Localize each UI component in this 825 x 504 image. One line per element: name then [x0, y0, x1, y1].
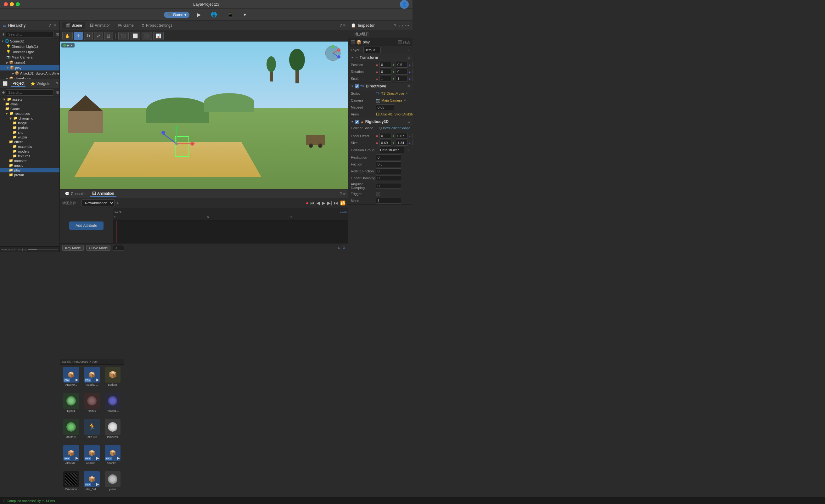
rigidbody3d-enabled[interactable] [355, 120, 359, 124]
rolling-friction-input[interactable] [376, 168, 401, 174]
scale-z-input[interactable] [412, 76, 412, 81]
rotation-z-input[interactable] [412, 69, 412, 75]
add-attribute-button[interactable]: Add Attribute [69, 221, 103, 230]
curve-mode-button[interactable]: Curve Mode [86, 245, 111, 251]
tree-item-planenode[interactable]: ▶ 📦 planeNode [0, 76, 60, 79]
inspector-back-btn[interactable]: ‹ [398, 22, 400, 28]
restitution-input[interactable] [376, 154, 401, 160]
offset-z-input[interactable] [412, 133, 412, 139]
anim-loop-btn[interactable]: 🔁 [340, 200, 346, 205]
scene-options-button[interactable]: ≡ [343, 23, 346, 28]
file-item-monster[interactable]: 📁 monster [0, 158, 60, 163]
offset-y-input[interactable] [396, 133, 408, 139]
tab-game[interactable]: 🎮 Game [114, 22, 137, 29]
anim-add-button[interactable]: + [117, 200, 119, 205]
script-external-link[interactable]: ↗ [405, 91, 408, 96]
project-add-button[interactable]: + [2, 90, 5, 95]
file-item-atlas[interactable]: 📁 atlas [0, 101, 60, 106]
scrollbar-thumb[interactable] [28, 249, 37, 250]
key-mode-button[interactable]: Key Mode [62, 245, 84, 251]
tab-scene[interactable]: 🎬 Scene [62, 22, 85, 29]
tree-item-scene3d[interactable]: ▼ 🌐 Scene3D [0, 39, 60, 44]
tree-item-scene1[interactable]: ▶ 📦 scene1 [0, 60, 60, 65]
anim-record-btn[interactable]: ● [306, 200, 308, 205]
tree-item-attack01[interactable]: ▶ 📦 Attack01_SwordAndShiled [0, 70, 60, 76]
mspeed-input[interactable] [376, 104, 395, 110]
tool-hand[interactable]: ✋ [62, 32, 73, 40]
hierarchy-add-button[interactable]: + [2, 31, 5, 37]
widgets-tab[interactable]: ⭐ Widgets [29, 81, 51, 86]
trigger-checkbox[interactable] [376, 192, 380, 196]
user-avatar[interactable]: 👤 [400, 0, 409, 9]
file-item-materials[interactable]: 📁 materials [0, 144, 60, 149]
size-x-input[interactable] [379, 140, 391, 146]
minimize-button[interactable] [10, 2, 14, 6]
tool-view-persp[interactable]: ⬛ [118, 32, 129, 40]
console-help-btn[interactable]: ? [340, 191, 342, 196]
directmove-enabled[interactable] [355, 84, 359, 88]
camera-external-link[interactable]: ↗ [403, 98, 406, 102]
position-x-input[interactable] [379, 62, 391, 68]
inspector-more-btn[interactable]: ⋯ [404, 22, 410, 28]
tool-stats[interactable]: 📊 [153, 32, 164, 40]
file-item-game[interactable]: 📁 Game [0, 106, 60, 111]
project-filter-button[interactable]: ⊞ [55, 90, 60, 96]
rotation-x-input[interactable] [379, 69, 391, 75]
tree-item-maincamera[interactable]: 📷 Main Camera [0, 55, 60, 60]
tool-view-side[interactable]: ⬛ [142, 32, 152, 40]
anim-prev-frame-btn[interactable]: ◀ [316, 200, 320, 205]
linear-damping-input[interactable] [376, 175, 401, 181]
offset-x-input[interactable] [379, 133, 391, 139]
layer-select[interactable]: Default [363, 47, 381, 53]
file-item-resources[interactable]: ▼ 📁 resources [0, 111, 60, 116]
scrollbar-track[interactable] [28, 249, 58, 250]
tab-animator[interactable]: 🎞 Animator [86, 22, 113, 29]
project-tab[interactable]: Project [11, 80, 25, 87]
inspector-forward-btn[interactable]: › [401, 22, 404, 28]
anim-play-btn[interactable]: ▶ [322, 200, 325, 205]
anim-file-select[interactable]: NewAnimation [81, 200, 115, 206]
animation-tab[interactable]: 🎞 Animation [90, 191, 117, 197]
tool-move[interactable]: ✛ [74, 32, 83, 40]
toolbar-dropdown-button[interactable]: ▾ [241, 10, 248, 19]
mass-input[interactable] [376, 198, 401, 204]
tree-arrow-attack01[interactable]: ▶ [12, 72, 14, 75]
object-enabled-checkbox[interactable] [351, 40, 355, 44]
playhead[interactable] [116, 221, 117, 243]
transform-menu-btn[interactable]: ≡ [407, 55, 410, 60]
file-item-music[interactable]: 📁 music [0, 163, 60, 168]
frame-input[interactable] [113, 245, 124, 251]
tree-item-dirlight1[interactable]: 💡 Direction Light(1) [0, 44, 60, 49]
rigidbody3d-menu-btn[interactable]: ≡ [407, 119, 410, 124]
scale-x-input[interactable] [379, 76, 391, 81]
collision-group-select[interactable]: DefaultFilter [379, 147, 404, 153]
file-item-shu[interactable]: 📁 shu [0, 130, 60, 135]
directmove-menu-btn[interactable]: ≡ [407, 84, 410, 89]
project-help-button[interactable]: ? [55, 80, 59, 86]
hierarchy-search-input[interactable] [6, 31, 54, 38]
position-z-input[interactable] [412, 62, 412, 68]
close-button[interactable] [4, 2, 8, 6]
add-component-button[interactable]: + 增加组件 [351, 31, 369, 37]
size-z-input[interactable] [412, 140, 412, 146]
size-y-input[interactable] [396, 140, 408, 146]
file-item-effect[interactable]: 📁 effect [0, 139, 60, 144]
console-menu-btn[interactable]: ≡ [343, 191, 346, 196]
tool-view-front[interactable]: ⬜ [130, 32, 140, 40]
tool-scale[interactable]: ⤢ [94, 32, 103, 40]
scene-help-button[interactable]: ? [340, 23, 342, 28]
angular-damping-input[interactable] [376, 183, 401, 189]
file-item-prefab2[interactable]: 📁 prefab [0, 172, 60, 177]
loop-settings-btn[interactable]: ⚙ [342, 246, 346, 250]
anim-next-frame-btn[interactable]: ▶| [327, 200, 332, 205]
tree-arrow-scene3d[interactable]: ▼ [1, 40, 4, 43]
hierarchy-options-button[interactable]: ⊡ [55, 31, 60, 38]
file-item-changjing[interactable]: ▼ 📁 changjing [0, 116, 60, 121]
project-search-input[interactable] [6, 89, 54, 96]
maximize-button[interactable] [16, 2, 20, 6]
hierarchy-menu-button[interactable]: ≡ [53, 22, 57, 28]
scale-y-input[interactable] [396, 76, 408, 81]
file-item-play[interactable]: 📁 play [0, 168, 60, 172]
anim-fastforward-btn[interactable]: ⏭ [334, 200, 338, 205]
file-item-prefab1[interactable]: 📁 prefab [0, 125, 60, 130]
